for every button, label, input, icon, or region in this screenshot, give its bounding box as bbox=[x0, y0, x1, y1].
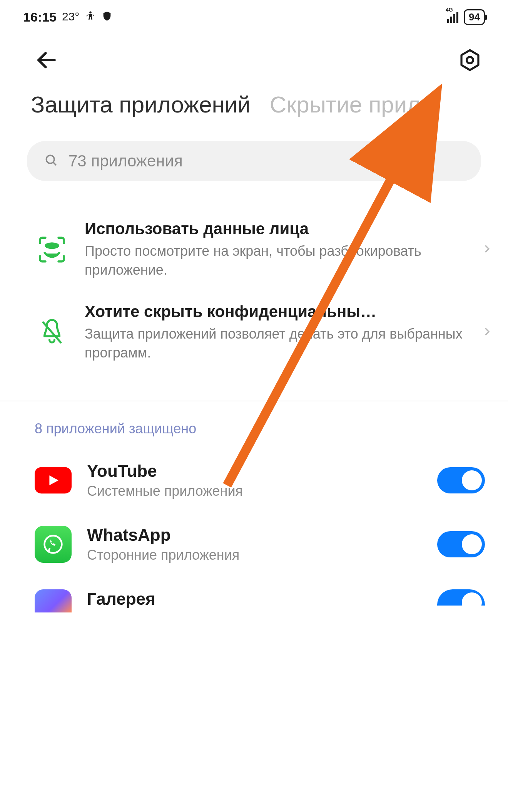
youtube-icon bbox=[35, 462, 72, 499]
section-protected-label: 8 приложений защищено bbox=[0, 421, 508, 445]
toggle-whatsapp[interactable] bbox=[437, 531, 485, 557]
chevron-right-icon bbox=[481, 240, 496, 259]
status-right: 4G 94 bbox=[447, 9, 485, 25]
feature-desc: Просто посмотрите на экран, чтобы разбло… bbox=[85, 242, 466, 279]
whatsapp-icon bbox=[35, 526, 72, 563]
back-button[interactable] bbox=[35, 48, 58, 72]
svg-point-4 bbox=[46, 155, 54, 163]
toggle-gallery[interactable] bbox=[437, 589, 485, 606]
feature-text: Хотите скрыть конфиденциальны… Защита пр… bbox=[85, 302, 466, 362]
svg-marker-2 bbox=[461, 50, 478, 70]
bell-off-icon bbox=[35, 315, 69, 350]
status-temp: 23° bbox=[62, 10, 79, 23]
app-row-whatsapp[interactable]: WhatsApp Сторонние приложения bbox=[35, 512, 485, 576]
feature-desc: Защита приложений позволяет делать это д… bbox=[85, 325, 466, 362]
app-category: Сторонние приложения bbox=[87, 547, 422, 563]
app-name: YouTube bbox=[87, 461, 422, 481]
tab-bar: Защита приложений Скрытие прил bbox=[0, 84, 508, 129]
nav-bar bbox=[0, 29, 508, 84]
feature-text: Использовать данные лица Просто посмотри… bbox=[85, 220, 466, 279]
shield-icon bbox=[102, 10, 112, 25]
svg-point-0 bbox=[90, 12, 92, 14]
app-list: YouTube Системные приложения WhatsApp Ст… bbox=[0, 445, 508, 612]
gallery-icon bbox=[35, 589, 72, 612]
app-text: Галерея bbox=[87, 589, 422, 611]
feature-title: Использовать данные лица bbox=[85, 220, 466, 238]
battery-level: 94 bbox=[469, 11, 480, 23]
app-name: Галерея bbox=[87, 589, 422, 609]
feature-hide-notifications[interactable]: Хотите скрыть конфиденциальны… Защита пр… bbox=[35, 291, 496, 374]
status-left: 16:15 23° bbox=[23, 10, 112, 25]
tab-hide-apps[interactable]: Скрытие прил bbox=[270, 91, 421, 118]
activity-icon bbox=[85, 10, 96, 25]
face-unlock-icon bbox=[35, 232, 69, 267]
app-row-gallery[interactable]: Галерея bbox=[35, 576, 485, 612]
search-input[interactable] bbox=[69, 152, 464, 170]
app-name: WhatsApp bbox=[87, 525, 422, 545]
app-text: YouTube Системные приложения bbox=[87, 461, 422, 499]
toggle-youtube[interactable] bbox=[437, 467, 485, 493]
app-text: WhatsApp Сторонние приложения bbox=[87, 525, 422, 563]
network-icon: 4G bbox=[447, 12, 458, 23]
app-category: Системные приложения bbox=[87, 483, 422, 499]
app-row-youtube[interactable]: YouTube Системные приложения bbox=[35, 448, 485, 512]
svg-point-3 bbox=[467, 57, 473, 64]
divider bbox=[0, 401, 508, 401]
status-time: 16:15 bbox=[23, 10, 57, 25]
search-box[interactable] bbox=[27, 141, 481, 181]
battery-icon: 94 bbox=[464, 9, 485, 25]
svg-line-5 bbox=[53, 162, 56, 165]
settings-button[interactable] bbox=[458, 48, 482, 72]
feature-title: Хотите скрыть конфиденциальны… bbox=[85, 302, 466, 321]
feature-face-unlock[interactable]: Использовать данные лица Просто посмотри… bbox=[35, 208, 496, 291]
feature-list: Использовать данные лица Просто посмотри… bbox=[0, 185, 508, 389]
status-bar: 16:15 23° 4G 94 bbox=[0, 0, 508, 29]
svg-point-6 bbox=[45, 242, 59, 249]
chevron-right-icon bbox=[481, 323, 496, 342]
tab-app-lock[interactable]: Защита приложений bbox=[31, 91, 251, 118]
search-icon bbox=[44, 153, 58, 169]
